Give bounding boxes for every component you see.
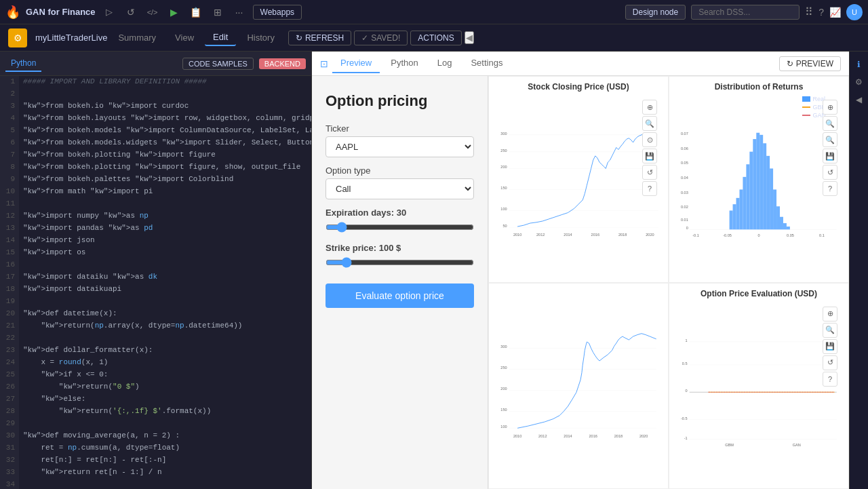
svg-text:GBM: GBM xyxy=(725,442,734,446)
code-line: 33 "kw">return ret[n - 1:] / n xyxy=(0,467,311,479)
strike-unit: $ xyxy=(396,243,401,253)
ticker-select[interactable]: AAPL GOOG MSFT TSLA xyxy=(326,136,474,157)
settings-rt-btn[interactable]: ⚙ xyxy=(852,75,867,90)
saved-button[interactable]: ✓ SAVED! xyxy=(354,31,408,45)
user-avatar[interactable]: U xyxy=(846,4,863,20)
code-line: 5"kw">from bokeh.models "kw">import Colu… xyxy=(0,125,311,137)
zoom-icon[interactable]: 🔍 xyxy=(642,116,657,131)
svg-text:150: 150 xyxy=(500,186,507,190)
stock-continuation-svg: 300 250 200 150 100 2010 2012 xyxy=(494,289,663,484)
reset-icon-3[interactable]: ↺ xyxy=(823,355,837,370)
code-line: 7"kw">from bokeh.plotting "kw">import fi… xyxy=(0,149,311,161)
code-line: 4"kw">from bokeh.layouts "kw">import row… xyxy=(0,113,311,125)
tab-preview[interactable]: Preview xyxy=(332,54,380,73)
stock-chart-continuation: 300 250 200 150 100 2010 2012 xyxy=(488,283,669,490)
code-toolbar: Python CODE SAMPLES BACKEND xyxy=(0,52,311,76)
info-btn[interactable]: ℹ xyxy=(852,57,867,72)
tab-log[interactable]: Log xyxy=(429,54,460,73)
code-editor[interactable]: 1##### IMPORT AND LIBRARY DEFINITION ###… xyxy=(0,76,311,489)
svg-text:200: 200 xyxy=(500,165,507,169)
actions-button[interactable]: ACTIONS xyxy=(410,31,461,45)
nav-history[interactable]: History xyxy=(239,30,282,45)
nav-view[interactable]: View xyxy=(167,30,202,45)
preview-panel: ⊡ Preview Python Log Settings ↻ PREVIEW … xyxy=(312,52,849,489)
save-icon-3[interactable]: 💾 xyxy=(823,339,837,354)
search-input[interactable] xyxy=(691,5,800,20)
expiration-label: Expiration days: 30 xyxy=(326,208,474,218)
code-line: 8"kw">from bokeh.plotting "kw">import fi… xyxy=(0,161,311,174)
more-icon[interactable]: ··· xyxy=(231,4,248,20)
python-tab[interactable]: Python xyxy=(5,56,41,72)
preview-content: Option pricing Ticker AAPL GOOG MSFT TSL… xyxy=(312,76,849,489)
svg-text:2010: 2010 xyxy=(513,233,521,237)
nav-edit[interactable]: Edit xyxy=(205,29,236,46)
design-node-button[interactable]: Design node xyxy=(625,5,686,20)
webapps-button[interactable]: Webapps xyxy=(253,5,302,20)
svg-text:0.02: 0.02 xyxy=(681,205,688,209)
svg-text:0.1: 0.1 xyxy=(819,233,825,237)
svg-rect-49 xyxy=(783,223,787,229)
option-eval-canvas: ⊕ 🔍 💾 ↺ ? 1 0.5 0 -0.5 -1 xyxy=(675,301,843,484)
refresh-icon[interactable]: ↺ xyxy=(123,4,139,20)
svg-text:0.05: 0.05 xyxy=(681,161,688,165)
zoom-icon-3[interactable]: 🔍 xyxy=(823,323,837,338)
save-icon-2[interactable]: 💾 xyxy=(823,149,837,163)
svg-text:300: 300 xyxy=(500,345,507,349)
refresh-button[interactable]: ↻ REFRESH xyxy=(288,31,351,45)
help-chart-icon-2[interactable]: ? xyxy=(823,181,837,196)
pan-icon-2[interactable]: ⊕ xyxy=(823,100,837,115)
code-line: 1##### IMPORT AND LIBRARY DEFINITION ###… xyxy=(0,76,311,88)
svg-text:0.07: 0.07 xyxy=(681,132,688,136)
clipboard-icon[interactable]: 📋 xyxy=(188,4,204,20)
run-icon[interactable]: ▶ xyxy=(166,4,182,20)
strike-slider[interactable] xyxy=(326,257,474,268)
code-line: 24 x = round(x, 1) xyxy=(0,357,311,369)
tab-settings[interactable]: Settings xyxy=(462,54,511,73)
help-icon-3[interactable]: ? xyxy=(823,372,837,387)
code-icon[interactable]: </> xyxy=(144,4,161,20)
returns-chart-title: Distribution of Returns xyxy=(675,82,843,92)
pan-icon-3[interactable]: ⊕ xyxy=(823,307,837,321)
zoom-in-icon[interactable]: 🔍 xyxy=(823,116,837,131)
reset-icon-2[interactable]: ↺ xyxy=(823,165,837,180)
svg-rect-50 xyxy=(787,227,790,229)
evaluate-button[interactable]: Evaluate option price xyxy=(326,283,474,308)
svg-text:100: 100 xyxy=(500,425,507,429)
svg-text:200: 200 xyxy=(500,387,507,391)
arrow-rt-btn[interactable]: ◀ xyxy=(852,92,867,107)
collapse-icon[interactable]: ◀ xyxy=(465,31,474,44)
code-line: 22 xyxy=(0,332,311,345)
grid-apps-icon[interactable]: ⠿ xyxy=(805,5,813,18)
returns-chart-svg: 0.07 0.06 0.05 0.04 0.03 0.02 0.01 0 -0.… xyxy=(675,94,843,277)
hover-icon[interactable]: ⊙ xyxy=(642,132,657,147)
pan-icon[interactable]: ⊕ xyxy=(642,100,657,115)
grid-icon[interactable]: ⊞ xyxy=(210,4,226,20)
code-line: 32 ret[n:] = ret[n:] - ret[:-n] xyxy=(0,454,311,467)
preview-button[interactable]: ↻ PREVIEW xyxy=(779,56,841,71)
main-layout: Python CODE SAMPLES BACKEND 1##### IMPOR… xyxy=(0,52,868,489)
help-icon[interactable]: ? xyxy=(818,7,824,18)
option-eval-svg: 1 0.5 0 -0.5 -1 GBM xyxy=(675,301,843,484)
analytics-icon[interactable]: 📈 xyxy=(829,7,841,18)
svg-text:150: 150 xyxy=(500,408,507,412)
svg-rect-43 xyxy=(763,143,766,229)
backend-button[interactable]: BACKEND xyxy=(259,58,306,69)
code-line: 2 xyxy=(0,88,311,100)
svg-text:0: 0 xyxy=(757,233,760,237)
code-samples-button[interactable]: CODE SAMPLES xyxy=(182,58,254,70)
nav-summary[interactable]: Summary xyxy=(110,30,164,45)
stock-price-chart: Stock Closing Price (USD) ⊕ 🔍 ⊙ 💾 ↺ ? xyxy=(488,76,669,283)
save-icon[interactable]: 💾 xyxy=(642,149,657,163)
svg-text:2020: 2020 xyxy=(646,233,654,237)
svg-rect-35 xyxy=(736,198,740,230)
option-type-select[interactable]: Call Put xyxy=(326,178,474,199)
help-chart-icon[interactable]: ? xyxy=(642,181,657,196)
svg-text:2016: 2016 xyxy=(589,433,597,437)
reset-icon[interactable]: ↺ xyxy=(642,165,657,180)
code-line: 31 ret = np.cumsum(a, dtype=float) xyxy=(0,442,311,454)
zoom-out-icon[interactable]: 🔍 xyxy=(823,132,837,147)
svg-rect-46 xyxy=(773,189,776,229)
flow-nav-icon[interactable]: ▷ xyxy=(101,4,117,20)
expiration-slider[interactable] xyxy=(326,222,474,233)
tab-python[interactable]: Python xyxy=(382,54,426,73)
